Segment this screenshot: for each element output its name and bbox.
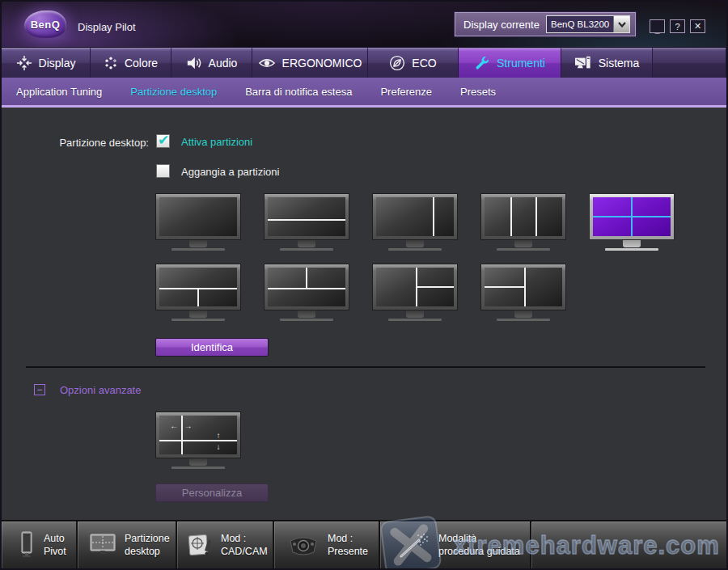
titlebar: BenQ Display Pilot Display corrente BenQ… — [2, 2, 726, 47]
toolbar-item-modalita-guidata[interactable]: Modalitàprocedura guidata — [380, 521, 531, 568]
partition-divider-line — [181, 416, 183, 454]
tab-display[interactable]: Display — [2, 48, 91, 78]
speaker-icon — [186, 55, 202, 71]
advanced-options-label: Opzioni avanzate — [60, 384, 141, 396]
monitor-base — [171, 248, 225, 251]
advanced-options-toggle[interactable]: − — [34, 384, 45, 395]
display-pilot-window: BenQ Display Pilot Display corrente BenQ… — [0, 0, 728, 570]
monitor-stand — [514, 240, 532, 247]
enable-partitions-label[interactable]: Attiva partizioni — [181, 136, 252, 148]
tab-label: Audio — [209, 57, 238, 70]
partition-thumbnail-left-full-right-split[interactable] — [372, 264, 458, 321]
magic-wand-icon — [398, 531, 430, 559]
monitor-bezel — [155, 264, 241, 310]
partition-divider-line — [510, 197, 512, 236]
color-dots-icon — [104, 56, 118, 70]
tab-sistema[interactable]: Sistema — [561, 48, 653, 78]
display-compress-icon — [16, 55, 32, 71]
partition-thumbnail-three-columns[interactable] — [480, 193, 566, 251]
up-arrow-icon: ↑ — [216, 431, 220, 440]
minimize-icon: _ — [654, 24, 659, 34]
monitor-bezel — [264, 264, 349, 310]
tab-colore[interactable]: Colore — [91, 48, 171, 78]
partition-thumbnail-top-split-bottom-full[interactable] — [264, 264, 349, 321]
display-current-panel: Display corrente BenQ BL3200 — [455, 12, 636, 36]
toolbar-filler — [531, 521, 728, 568]
toolbar-item-auto-pivot[interactable]: AutoPivot — [2, 521, 78, 568]
tab-eco[interactable]: ECO — [368, 48, 459, 78]
partition-divider-line — [535, 197, 537, 236]
tab-label: Strumenti — [497, 57, 545, 70]
dropdown-arrow-button[interactable] — [613, 16, 629, 32]
monitor-base — [171, 319, 225, 321]
tab-label: Sistema — [599, 57, 640, 70]
partition-thumbnail-custom-adjustable[interactable]: ←→↑↓ — [155, 412, 241, 469]
toolbar-label: AutoPivot — [44, 532, 66, 559]
tab-audio[interactable]: Audio — [171, 48, 252, 78]
tab-ergonomico[interactable]: ERGONOMICO — [252, 48, 368, 78]
toolbar-item-partizione-desktop[interactable]: Partizionedesktop — [78, 521, 177, 568]
tab-strumenti[interactable]: Strumenti — [459, 48, 561, 78]
monitor-stand — [298, 310, 315, 318]
minus-icon: − — [36, 384, 42, 395]
monitor-stand — [514, 310, 532, 318]
identify-button[interactable]: Identifica — [155, 338, 269, 357]
toolbar-label: Mod :Presente — [328, 532, 368, 559]
wrench-icon — [474, 55, 490, 71]
subtab-application-tuning[interactable]: Application Tuning — [16, 86, 102, 98]
close-button[interactable]: ✕ — [690, 19, 705, 33]
tab-label: Colore — [125, 57, 158, 70]
partition-thumbnail-top-full-bottom-split[interactable] — [155, 264, 241, 321]
subtab-barra-notifica[interactable]: Barra di notifica estesa — [245, 86, 352, 98]
snap-partitions-label[interactable]: Aggangia a partizioni — [181, 166, 279, 178]
partition-divider-line — [433, 197, 434, 236]
monitor-bezel: ←→↑↓ — [155, 412, 241, 458]
help-button[interactable]: ? — [670, 19, 685, 33]
partition-divider-line — [268, 219, 345, 221]
monitor-stand — [189, 310, 207, 318]
monitor-screen — [376, 197, 454, 236]
bottom-toolbar: AutoPivot Partizionedesktop — [2, 520, 726, 568]
cad-document-icon — [187, 532, 213, 558]
partition-thumbnail-horizontal-split[interactable] — [264, 193, 349, 251]
subtab-partizione-desktop[interactable]: Partizione desktop — [130, 86, 217, 98]
partition-thumbnail-quad-grid[interactable] — [589, 193, 675, 251]
eco-leaf-icon — [389, 55, 405, 71]
eye-icon — [258, 56, 276, 70]
customize-button[interactable]: Personalizza — [155, 483, 269, 502]
monitor-base — [497, 248, 550, 251]
partition-thumbnail-vertical-split-right[interactable] — [372, 193, 458, 251]
minimize-button[interactable]: _ — [650, 19, 665, 33]
snap-partitions-checkbox[interactable] — [156, 164, 170, 178]
monitor-screen: ←→↑↓ — [159, 416, 237, 454]
tab-label: ERGONOMICO — [282, 57, 362, 70]
partition-divider-line — [159, 440, 237, 441]
monitor-base — [280, 319, 333, 321]
enable-partitions-checkbox[interactable]: ✔ — [156, 134, 170, 148]
partition-divider-line — [485, 286, 525, 288]
portrait-monitor-icon — [18, 531, 36, 559]
toolbar-item-mod-presente[interactable]: Mod :Presente — [274, 521, 380, 568]
monitor-base — [280, 248, 333, 251]
chevron-down-icon — [618, 22, 626, 27]
toolbar-item-mod-cadcam[interactable]: Mod :CAD/CAM — [177, 521, 274, 568]
monitor-bezel — [480, 264, 566, 310]
partition-thumbnail-full-screen[interactable] — [155, 193, 241, 251]
monitor-base — [388, 319, 442, 321]
partition-thumbnail-left-split-right-full[interactable] — [480, 264, 566, 321]
subtab-presets[interactable]: Presets — [460, 86, 496, 98]
tab-label: Display — [39, 57, 76, 70]
monitor-stand — [406, 310, 424, 318]
projector-icon — [287, 534, 320, 555]
monitor-base — [388, 248, 442, 251]
checkmark-icon: ✔ — [158, 132, 169, 149]
tab-label: ECO — [412, 57, 436, 70]
display-select[interactable]: BenQ BL3200 — [546, 15, 630, 33]
subtab-preferenze[interactable]: Preferenze — [380, 86, 432, 98]
left-arrow-icon: ← — [170, 420, 178, 429]
partition-grid-row-1 — [155, 193, 675, 251]
partition-divider-line — [197, 289, 199, 306]
monitor-screen — [593, 197, 671, 236]
tabbar-filler — [653, 48, 726, 78]
display-current-label: Display corrente — [463, 19, 540, 31]
